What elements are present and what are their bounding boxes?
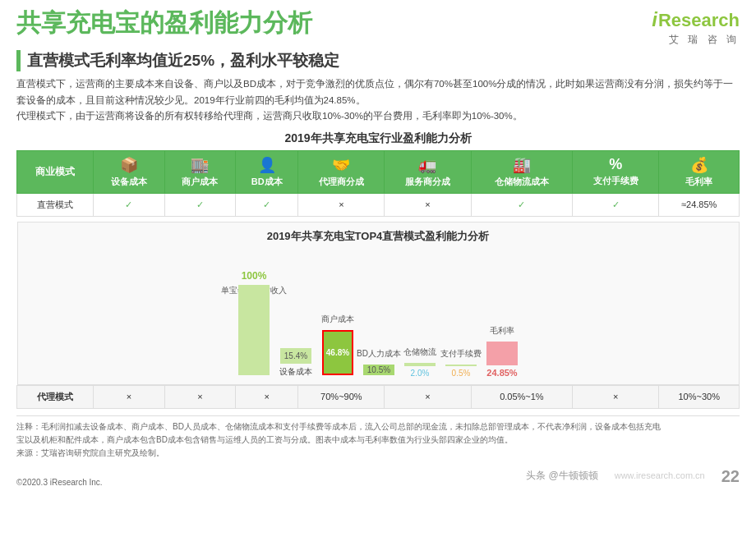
bar-rect-wrap: 15.4% bbox=[280, 348, 311, 364]
bar-caption: 0.5% bbox=[452, 369, 471, 378]
toutiao-watermark: 头条 @牛顿顿顿 bbox=[526, 468, 598, 484]
direct-service: × bbox=[385, 193, 471, 216]
direct-merchant: ✓ bbox=[164, 193, 235, 216]
bar-rect-wrap: 46.8% 商户成本 bbox=[322, 330, 353, 375]
agent-merchant: × bbox=[164, 385, 235, 408]
bar-top-caption: BD人力成本 bbox=[357, 348, 401, 360]
table-title: 2019年共享充电宝行业盈利能力分析 bbox=[16, 131, 740, 146]
col-header-merchant: 🏬 商户成本 bbox=[164, 150, 235, 193]
bar-rect-wrap: 100% bbox=[238, 285, 270, 375]
bar-rect-wrap: 毛利率 bbox=[486, 342, 518, 365]
description-line-2: 代理模式下，由于运营商将设备的所有权转移给代理商，运营商只收取10%-30%的平… bbox=[16, 108, 740, 125]
header: 共享充电宝的盈利能力分析 i Research 艾 瑞 咨 询 bbox=[16, 8, 740, 47]
footer: 注释：毛利润扣减去设备成本、商户成本、BD人员成本、仓储物流成本和支付手续费等成… bbox=[16, 415, 740, 489]
direct-equipment: ✓ bbox=[94, 193, 164, 216]
bar-equipment: 15.4% 设备成本 bbox=[279, 348, 312, 378]
agent-payment: × bbox=[573, 385, 659, 408]
bar-rect-highlighted: 46.8% bbox=[322, 330, 353, 375]
bar-inside-label: 46.8% bbox=[326, 348, 349, 357]
agent-service: × bbox=[385, 385, 471, 408]
direct-agent: × bbox=[298, 193, 385, 216]
bar-rect bbox=[404, 363, 436, 366]
col-header-payment: % 支付手续费 bbox=[573, 150, 659, 193]
bar-rect-wrap: 仓储物流 bbox=[404, 363, 436, 366]
chart-area: 单宝年均租赁收入 100% bbox=[30, 250, 726, 378]
description: 直营模式下，运营商的主要成本来自设备、商户以及BD成本，对于竞争激烈的优质点位，… bbox=[16, 76, 740, 125]
bar-rect bbox=[445, 365, 477, 366]
col-header-warehouse: 🏭 仓储物流成本 bbox=[471, 150, 573, 193]
logo-research: Research bbox=[658, 10, 740, 31]
footer-note-3: 来源：艾瑞咨询研究院自主研究及绘制。 bbox=[16, 447, 740, 460]
agent-gross: 10%~30% bbox=[659, 385, 740, 408]
footer-right: 头条 @牛顿顿顿 www.iresearch.com.cn 22 bbox=[526, 463, 740, 489]
bar-caption: 2.0% bbox=[411, 369, 430, 378]
chart-section: 2019年共享充电宝TOP4直营模式盈利能力分析 单宝年均租赁收入 100% bbox=[17, 222, 740, 385]
bar-value-label: 100% bbox=[242, 270, 267, 282]
profit-table: 商业模式 📦 设备成本 🏬 商户成本 👤 BD成本 🤝 代理商分成 bbox=[16, 150, 740, 409]
bar-rect-wrap: 支付手续费 bbox=[445, 365, 477, 366]
col-header-service: 🚛 服务商分成 bbox=[385, 150, 471, 193]
agent-name: 代理模式 bbox=[17, 385, 94, 408]
bar-warehouse: 仓储物流 2.0% bbox=[404, 363, 436, 378]
description-line-1: 直营模式下，运营商的主要成本来自设备、商户以及BD成本，对于竞争激烈的优质点位，… bbox=[16, 76, 740, 108]
direct-row: 直营模式 ✓ ✓ ✓ × × ✓ ✓ ≈24.85% bbox=[17, 193, 740, 216]
col-header-gross: 💰 毛利率 bbox=[659, 150, 740, 193]
bar-gross: 毛利率 24.85% bbox=[486, 342, 518, 378]
main-title: 共享充电宝的盈利能力分析 bbox=[16, 8, 312, 38]
bar-gross-label: 24.85% bbox=[486, 368, 517, 378]
agent-warehouse: 0.05%~1% bbox=[471, 385, 573, 408]
direct-name: 直营模式 bbox=[17, 193, 94, 216]
bar-rect-wrap: 10.5% BD人力成本 bbox=[363, 365, 394, 375]
bar-inside-label: 10.5% bbox=[367, 365, 390, 374]
bar-inside-label: 15.4% bbox=[284, 351, 307, 360]
chart-title: 2019年共享充电宝TOP4直营模式盈利能力分析 bbox=[30, 229, 726, 244]
logo: i Research bbox=[652, 8, 740, 31]
bar-merchant: 46.8% 商户成本 bbox=[322, 330, 353, 378]
logo-area: i Research 艾 瑞 咨 询 bbox=[641, 8, 740, 47]
chart-cell: 2019年共享充电宝TOP4直营模式盈利能力分析 单宝年均租赁收入 100% bbox=[17, 216, 740, 385]
bar-annual-income: 单宝年均租赁收入 100% bbox=[238, 285, 270, 378]
page-number: 22 bbox=[721, 463, 740, 489]
bar-rect: 10.5% bbox=[363, 365, 394, 375]
copyright: ©2020.3 iResearch Inc. bbox=[16, 476, 103, 489]
bar-caption: 设备成本 bbox=[279, 366, 312, 378]
bar-payment: 支付手续费 0.5% bbox=[445, 365, 477, 378]
bar-top-caption: 支付手续费 bbox=[440, 348, 482, 360]
col-header-equipment: 📦 设备成本 bbox=[94, 150, 164, 193]
sub-title: 直营模式毛利率均值近25%，盈利水平较稳定 bbox=[16, 50, 740, 71]
website: www.iresearch.com.cn bbox=[615, 469, 705, 484]
col-header-bd: 👤 BD成本 bbox=[236, 150, 298, 193]
footer-bottom: ©2020.3 iResearch Inc. 头条 @牛顿顿顿 www.ires… bbox=[16, 463, 740, 489]
agent-row: 代理模式 × × × 70%~90% × 0.05%~1% × 10%~30% bbox=[17, 385, 740, 408]
bar-bd: 10.5% BD人力成本 bbox=[363, 365, 394, 378]
bar-rect bbox=[486, 342, 518, 365]
footer-note-1: 注释：毛利润扣减去设备成本、商户成本、BD人员成本、仓储物流成本和支付手续费等成… bbox=[16, 420, 740, 433]
direct-payment: ✓ bbox=[573, 193, 659, 216]
logo-i: i bbox=[652, 8, 657, 31]
agent-agent: 70%~90% bbox=[298, 385, 385, 408]
logo-subtitle: 艾 瑞 咨 询 bbox=[669, 33, 740, 47]
agent-equipment: × bbox=[94, 385, 164, 408]
footer-note-2: 宝以及机柜和配件成本，商户成本包含BD成本包含销售与运维人员的工资与分成。图表中… bbox=[16, 433, 740, 447]
bar-top-caption: 毛利率 bbox=[490, 325, 514, 337]
bar-top-caption: 商户成本 bbox=[321, 314, 354, 325]
direct-gross: ≈24.85% bbox=[659, 193, 740, 216]
direct-warehouse: ✓ bbox=[471, 193, 573, 216]
bar-rect: 100% bbox=[238, 285, 270, 375]
page: 共享充电宝的盈利能力分析 i Research 艾 瑞 咨 询 直营模式毛利率均… bbox=[0, 0, 756, 555]
col-header-business: 商业模式 bbox=[17, 150, 94, 193]
bar-top-caption: 仓储物流 bbox=[403, 346, 436, 358]
agent-bd: × bbox=[236, 385, 298, 408]
bar-rect: 15.4% bbox=[280, 348, 311, 364]
chart-row: 2019年共享充电宝TOP4直营模式盈利能力分析 单宝年均租赁收入 100% bbox=[17, 216, 740, 385]
col-header-agent: 🤝 代理商分成 bbox=[298, 150, 385, 193]
direct-bd: ✓ bbox=[236, 193, 298, 216]
